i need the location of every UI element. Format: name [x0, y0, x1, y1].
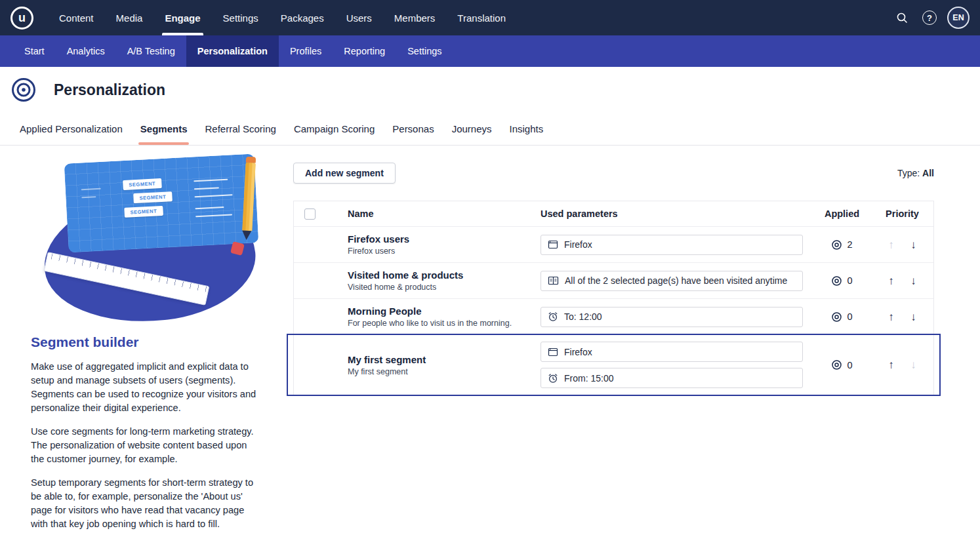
tab-referral-scoring[interactable]: Referral Scoring	[205, 113, 276, 145]
priority-up-icon: ↑	[886, 239, 897, 250]
priority-up-icon[interactable]: ↑	[886, 311, 897, 323]
segment-description: For people who like to visit us in the m…	[348, 319, 535, 328]
priority-down-icon[interactable]: ↓	[908, 275, 920, 287]
add-new-segment-button[interactable]: Add new segment	[293, 163, 396, 184]
segments-main: Add new segment Type: All Name Used para…	[293, 163, 934, 531]
parameter-box: Firefox	[541, 342, 803, 362]
browser-icon	[548, 347, 558, 357]
segment-description: My first segment	[348, 367, 535, 376]
applied-bullseye-icon	[831, 311, 842, 323]
applied-count: 2	[814, 239, 870, 250]
column-header-used-parameters: Used parameters	[535, 208, 814, 219]
top-bar: u Content Media Engage Settings Packages…	[0, 0, 980, 35]
bullseye-icon	[10, 77, 37, 103]
page-header: Personalization	[0, 67, 980, 113]
segment-name: My first segment	[348, 354, 535, 365]
subnav-item-start[interactable]: Start	[13, 35, 56, 67]
column-header-priority: Priority	[870, 208, 935, 219]
segment-description: Visited home & products	[348, 283, 535, 292]
topnav-item-packages[interactable]: Packages	[270, 0, 335, 35]
table-row-my-first-segment[interactable]: My first segment My first segment Firefo…	[294, 334, 933, 395]
tab-insights[interactable]: Insights	[510, 113, 544, 145]
topnav-item-translation[interactable]: Translation	[446, 0, 517, 35]
priority-down-icon[interactable]: ↓	[908, 239, 920, 250]
clock-icon	[548, 311, 558, 322]
subnav-item-ab-testing[interactable]: A/B Testing	[116, 35, 186, 67]
applied-bullseye-icon	[831, 275, 842, 287]
segment-builder-sidebar: SEGMENT SEGMENT SEGMENT Segment builder …	[0, 146, 293, 531]
applied-bullseye-icon	[831, 359, 842, 370]
parameter-box: Firefox	[541, 235, 803, 255]
help-icon[interactable]: ?	[920, 8, 939, 28]
top-navigation: Content Media Engage Settings Packages U…	[48, 0, 517, 35]
segment-builder-paragraph: Setup temporary segments for short-term …	[31, 476, 262, 531]
column-header-applied: Applied	[814, 208, 870, 219]
parameter-label: All of the 2 selected page(s) have been …	[565, 275, 787, 286]
page-title: Personalization	[54, 81, 165, 99]
column-header-name: Name	[333, 208, 535, 219]
illustration-segment-tag: SEGMENT	[123, 178, 161, 190]
parameter-box: To: 12:00	[541, 307, 803, 327]
user-avatar[interactable]: EN	[947, 7, 970, 29]
pages-icon	[548, 275, 559, 286]
segment-description: Firefox users	[348, 247, 535, 256]
subnav-item-profiles[interactable]: Profiles	[279, 35, 333, 67]
tab-personas[interactable]: Personas	[392, 113, 434, 145]
parameter-label: From: 15:00	[564, 373, 613, 384]
segment-name: Visited home & products	[348, 269, 535, 281]
search-icon[interactable]	[892, 8, 912, 28]
parameter-label: To: 12:00	[564, 311, 602, 322]
personalization-tabs: Applied Personalization Segments Referra…	[0, 113, 980, 146]
tab-journeys[interactable]: Journeys	[452, 113, 492, 145]
topnav-item-users[interactable]: Users	[335, 0, 383, 35]
browser-icon	[548, 239, 558, 250]
topnav-item-content[interactable]: Content	[48, 0, 105, 35]
engage-sub-navigation: Start Analytics A/B Testing Personalizat…	[0, 35, 980, 67]
applied-count: 0	[814, 311, 870, 323]
tab-campaign-scoring[interactable]: Campaign Scoring	[294, 113, 375, 145]
table-row-morning-people[interactable]: Morning People For people who like to vi…	[294, 298, 933, 334]
subnav-item-analytics[interactable]: Analytics	[56, 35, 116, 67]
subnav-item-settings[interactable]: Settings	[396, 35, 453, 67]
illustration-board: SEGMENT SEGMENT SEGMENT	[64, 154, 259, 253]
table-header-row: Name Used parameters Applied Priority	[294, 201, 933, 226]
segment-builder-heading: Segment builder	[31, 334, 293, 350]
type-filter[interactable]: Type: All	[897, 168, 934, 178]
subnav-item-personalization[interactable]: Personalization	[186, 35, 279, 67]
topnav-item-media[interactable]: Media	[105, 0, 154, 35]
subnav-item-reporting[interactable]: Reporting	[333, 35, 396, 67]
select-all-checkbox[interactable]	[304, 208, 316, 220]
segment-builder-paragraph: Use core segments for long-term marketin…	[31, 425, 262, 466]
segment-name: Morning People	[348, 306, 535, 317]
parameter-label: Firefox	[564, 239, 592, 250]
priority-up-icon[interactable]: ↑	[886, 359, 897, 370]
topnav-item-engage[interactable]: Engage	[153, 0, 211, 35]
segment-builder-paragraph: Make use of aggregated implicit and expl…	[31, 360, 262, 415]
clock-icon	[548, 373, 558, 384]
applied-count: 0	[814, 359, 870, 370]
topnav-item-members[interactable]: Members	[383, 0, 447, 35]
umbraco-logo[interactable]: u	[10, 7, 33, 30]
segment-name: Firefox users	[348, 233, 535, 245]
illustration-segment-tag: SEGMENT	[133, 191, 172, 203]
tab-applied-personalization[interactable]: Applied Personalization	[20, 113, 123, 145]
segments-table: Name Used parameters Applied Priority Fi…	[293, 201, 934, 395]
applied-count: 0	[814, 275, 870, 287]
topnav-item-settings[interactable]: Settings	[212, 0, 270, 35]
table-row-firefox-users[interactable]: Firefox users Firefox users Firefox 2 ↑ …	[294, 226, 933, 262]
table-row-visited-home-products[interactable]: Visited home & products Visited home & p…	[294, 262, 933, 298]
parameter-label: Firefox	[564, 347, 592, 357]
priority-down-icon[interactable]: ↓	[908, 311, 920, 323]
applied-bullseye-icon	[831, 239, 842, 250]
illustration-segment-tag: SEGMENT	[124, 206, 163, 218]
segments-toolbar: Add new segment Type: All	[293, 163, 934, 184]
tab-segments[interactable]: Segments	[140, 113, 188, 145]
priority-up-icon[interactable]: ↑	[886, 275, 897, 287]
type-filter-value: All	[922, 168, 934, 178]
priority-down-icon: ↓	[908, 359, 920, 370]
parameter-box: From: 15:00	[541, 368, 803, 388]
parameter-box: All of the 2 selected page(s) have been …	[541, 271, 803, 291]
segment-builder-illustration: SEGMENT SEGMENT SEGMENT	[35, 159, 271, 324]
